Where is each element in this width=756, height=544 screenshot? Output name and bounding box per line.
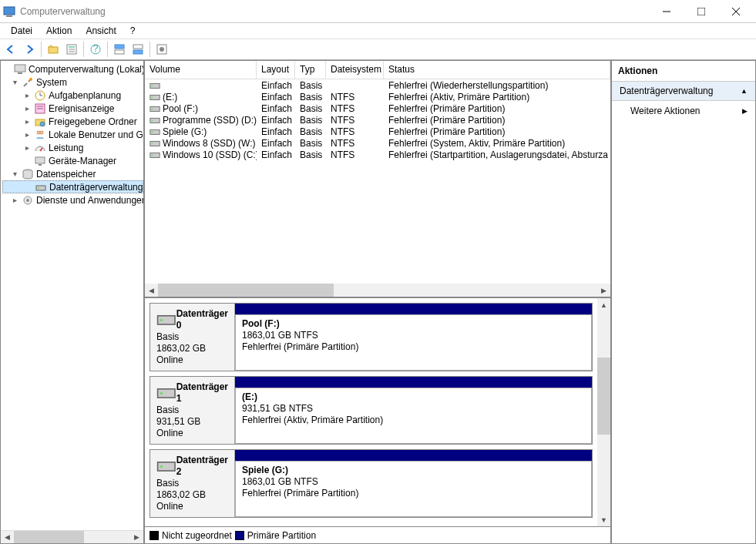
scroll-up-icon[interactable]: ▲ bbox=[597, 298, 610, 311]
volume-row[interactable]: Programme (SSD) (D:)EinfachBasisNTFSFehl… bbox=[145, 114, 610, 126]
svg-rect-14 bbox=[115, 50, 124, 54]
menu-ansicht[interactable]: Ansicht bbox=[79, 24, 122, 38]
col-layout[interactable]: Layout bbox=[257, 61, 295, 79]
disk-block[interactable]: Datenträger 2Basis1863,02 GBOnlineSpiele… bbox=[150, 449, 593, 518]
tree-aufgabenplanung[interactable]: ▸ Aufgabenplanung bbox=[2, 89, 143, 102]
expand-icon[interactable]: ▸ bbox=[22, 130, 32, 139]
volume-row[interactable]: Spiele (G:)EinfachBasisNTFSFehlerfrei (P… bbox=[145, 126, 610, 137]
partition-block[interactable]: (E:)931,51 GB NTFSFehlerfrei (Aktiv, Pri… bbox=[235, 377, 592, 444]
partition-block[interactable]: Spiele (G:)1863,01 GB NTFSFehlerfrei (Pr… bbox=[235, 450, 592, 517]
legend-unallocated-swatch bbox=[150, 531, 159, 540]
properties-button[interactable] bbox=[62, 40, 81, 59]
diskmap-vertical-scrollbar[interactable]: ▲ ▼ bbox=[597, 298, 610, 526]
legend: Nicht zugeordnet Primäre Partition bbox=[145, 526, 610, 543]
menu-help[interactable]: ? bbox=[124, 24, 142, 38]
svg-rect-6 bbox=[49, 47, 58, 53]
disk-map[interactable]: Datenträger 0Basis1863,02 GBOnlinePool (… bbox=[145, 298, 597, 526]
svg-rect-0 bbox=[4, 7, 15, 15]
tree-system[interactable]: ▾ System bbox=[2, 76, 143, 89]
volume-row[interactable]: (E:)EinfachBasisNTFSFehlerfrei (Aktiv, P… bbox=[145, 91, 610, 102]
maximize-button[interactable] bbox=[684, 0, 718, 23]
volume-list[interactable]: EinfachBasisFehlerfrei (Wiederherstellun… bbox=[145, 79, 610, 284]
app-icon bbox=[3, 5, 15, 18]
tree-leistung[interactable]: ▸ Leistung bbox=[2, 141, 143, 154]
volume-row[interactable]: Pool (F:)EinfachBasisNTFSFehlerfrei (Pri… bbox=[145, 102, 610, 114]
volume-horizontal-scrollbar[interactable]: ◀ ▶ bbox=[145, 284, 610, 297]
storage-icon bbox=[22, 168, 34, 180]
tree-geraete[interactable]: Geräte-Manager bbox=[2, 154, 143, 167]
menu-datei[interactable]: Datei bbox=[5, 24, 39, 38]
col-status[interactable]: Status bbox=[384, 61, 610, 79]
status-cell: Fehlerfrei (Startpartition, Auslagerungs… bbox=[384, 149, 610, 160]
scroll-right-icon[interactable]: ▶ bbox=[130, 531, 143, 544]
svg-point-57 bbox=[160, 392, 163, 395]
svg-point-29 bbox=[40, 122, 45, 126]
minimize-button[interactable] bbox=[649, 0, 684, 23]
back-button[interactable] bbox=[2, 40, 20, 59]
folder-up-button[interactable] bbox=[44, 40, 62, 59]
status-cell: Fehlerfrei (Wiederherstellungspartition) bbox=[384, 80, 610, 91]
col-fs[interactable]: Dateisystem bbox=[326, 61, 384, 79]
partition-block[interactable]: Pool (F:)1863,01 GB NTFSFehlerfrei (Prim… bbox=[235, 304, 592, 371]
disk-block[interactable]: Datenträger 1Basis931,51 GBOnline (E:)93… bbox=[150, 376, 593, 445]
status-cell: Fehlerfrei (Primäre Partition) bbox=[384, 126, 610, 137]
expand-icon[interactable]: ▸ bbox=[22, 104, 32, 113]
collapse-icon[interactable]: ▲ bbox=[741, 87, 748, 95]
scroll-thumb[interactable] bbox=[14, 531, 84, 544]
tree-horizontal-scrollbar[interactable]: ◀ ▶ bbox=[1, 530, 143, 543]
scroll-right-icon[interactable]: ▶ bbox=[597, 284, 610, 297]
view-bottom-button[interactable] bbox=[129, 40, 147, 59]
fs-cell: NTFS bbox=[326, 92, 384, 102]
tree-lokale-benutzer[interactable]: ▸ Lokale Benutzer und Gruppen bbox=[2, 128, 143, 141]
close-button[interactable] bbox=[718, 0, 753, 23]
help-button[interactable]: ? bbox=[86, 40, 105, 59]
scroll-left-icon[interactable]: ◀ bbox=[145, 284, 158, 297]
svg-point-45 bbox=[152, 108, 153, 109]
menu-aktion[interactable]: Aktion bbox=[40, 24, 78, 38]
scroll-down-icon[interactable]: ▼ bbox=[597, 513, 610, 526]
tree-ereignisanzeige[interactable]: ▸ Ereignisanzeige bbox=[2, 102, 143, 115]
svg-point-30 bbox=[37, 131, 40, 134]
view-top-button[interactable] bbox=[110, 40, 129, 59]
legend-primary-label: Primäre Partition bbox=[247, 530, 316, 541]
scroll-left-icon[interactable]: ◀ bbox=[1, 531, 14, 544]
layout-cell: Einfach bbox=[257, 103, 295, 114]
expand-icon[interactable]: ▸ bbox=[22, 117, 32, 126]
layout-cell: Einfach bbox=[257, 126, 295, 137]
svg-rect-3 bbox=[697, 8, 705, 15]
navigation-tree[interactable]: Computerverwaltung (Lokal) ▾ System ▸ Au… bbox=[1, 61, 143, 530]
expand-icon[interactable]: ▸ bbox=[22, 91, 32, 100]
fs-cell: NTFS bbox=[326, 115, 384, 126]
svg-rect-15 bbox=[133, 45, 143, 49]
collapse-icon[interactable]: ▾ bbox=[10, 78, 19, 87]
actions-section[interactable]: Datenträgerverwaltung ▲ bbox=[612, 82, 755, 101]
volume-row[interactable]: Windows 8 (SSD) (W:)EinfachBasisNTFSFehl… bbox=[145, 137, 610, 149]
actions-more[interactable]: Weitere Aktionen ▶ bbox=[612, 101, 755, 121]
svg-point-41 bbox=[152, 85, 153, 86]
scroll-thumb[interactable] bbox=[158, 284, 334, 297]
tree-root[interactable]: Computerverwaltung (Lokal) bbox=[2, 62, 143, 76]
layout-cell: Einfach bbox=[257, 80, 295, 91]
expand-icon[interactable]: ▸ bbox=[10, 196, 19, 205]
col-typ[interactable]: Typ bbox=[295, 61, 326, 79]
volume-row[interactable]: Windows 10 (SSD) (C:)EinfachBasisNTFSFeh… bbox=[145, 149, 610, 160]
forward-button[interactable] bbox=[20, 40, 39, 59]
tree-dienste[interactable]: ▸ Dienste und Anwendungen bbox=[2, 193, 143, 207]
collapse-icon[interactable]: ▾ bbox=[10, 170, 19, 179]
disk-block[interactable]: Datenträger 0Basis1863,02 GBOnlinePool (… bbox=[150, 303, 593, 371]
volume-list-header: Volume Layout Typ Dateisystem Status bbox=[145, 61, 610, 79]
svg-point-51 bbox=[152, 143, 153, 144]
event-icon bbox=[34, 102, 46, 115]
volume-cell: Spiele (G:) bbox=[145, 126, 257, 137]
status-cell: Fehlerfrei (Aktiv, Primäre Partition) bbox=[384, 92, 610, 102]
col-volume[interactable]: Volume bbox=[145, 61, 257, 79]
settings-button[interactable] bbox=[153, 40, 171, 59]
scroll-thumb[interactable] bbox=[597, 358, 610, 435]
tree-freigegebene[interactable]: ▸ Freigegebene Ordner bbox=[2, 115, 143, 128]
volume-row[interactable]: EinfachBasisFehlerfrei (Wiederherstellun… bbox=[145, 79, 610, 91]
tree-datenspeicher[interactable]: ▾ Datenspeicher bbox=[2, 167, 143, 180]
expand-icon[interactable]: ▸ bbox=[22, 143, 32, 153]
tree-datentraegerverwaltung[interactable]: Datenträgerverwaltung bbox=[2, 180, 143, 193]
users-icon bbox=[34, 129, 46, 141]
clock-icon bbox=[34, 89, 46, 102]
